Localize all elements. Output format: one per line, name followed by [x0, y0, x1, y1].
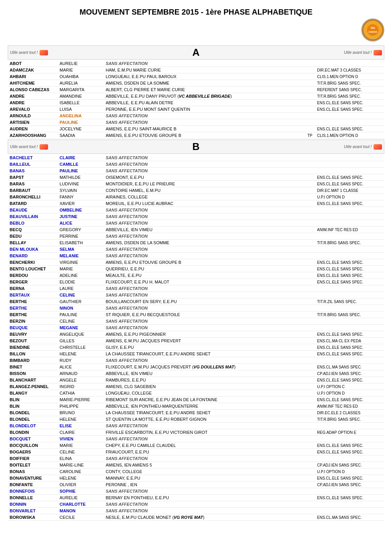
- cell-info: ST QUENTIN LA MOTTE, E.E.PU ROBERT GIGNO…: [104, 416, 306, 423]
- cell-dest: [315, 318, 384, 325]
- utile-icon[interactable]: [40, 50, 48, 55]
- table-row: BAILLEULCAMILLESANS AFFECTATION: [8, 161, 384, 168]
- table-row: BIMBARDRUDYSANS AFFECTATION: [8, 357, 384, 364]
- cell-dest: ENS.CL.MA SANS SPEC.: [315, 364, 384, 370]
- cell-prenom: MELANIE: [58, 253, 104, 259]
- cell-info: ABBEVILLE, E.E.PU ALAIN DETRE: [104, 100, 306, 106]
- cell-tp: TP: [306, 132, 315, 139]
- cell-info: SANS AFFECTATION: [104, 113, 306, 119]
- table-row: BERTHEPAULINEST RIQUIER, E.E.PU BECQUEST…: [8, 312, 384, 318]
- cell-dest: ENS.CL.ELE SANS SPEC.: [315, 200, 384, 207]
- cell-nom: AHITCHEME: [8, 80, 58, 87]
- cell-tp: [306, 468, 315, 475]
- section-header-left: Utile avant tout !: [10, 50, 103, 55]
- cell-dest: [315, 357, 384, 364]
- cell-nom: BAPST: [8, 174, 58, 181]
- cell-dest: ENS.CL.ELE SANS SPEC.: [315, 475, 384, 482]
- cell-prenom: SYLVAIN: [58, 187, 104, 194]
- cell-nom: ANDRE: [8, 93, 58, 100]
- cell-info: FLIXECOURT, E.M.PU JACQUES PREVERT (VG D…: [104, 364, 306, 370]
- cell-tp: [306, 298, 315, 305]
- cell-nom: BARONCHELLI: [8, 194, 58, 200]
- cell-info: LONGUEAU, COLLEGE: [104, 390, 306, 397]
- cell-nom: BLONDELOT: [8, 423, 58, 429]
- table-row: BERDOUADELINEMEAULTE, E.E.PUENS.CL.ELE S…: [8, 272, 384, 279]
- utile-icon-right[interactable]: [374, 50, 382, 55]
- section-header: Utile avant tout ! B Utile avant tout !: [8, 140, 384, 154]
- cell-info: SANS AFFECTATION: [104, 423, 306, 429]
- cell-dest: ENS.CL.ELE SANS SPEC.: [315, 351, 384, 357]
- cell-nom: BARBAUT: [8, 187, 58, 194]
- cell-info: ABBEVILLE, E.E.PU DANY PRUVOT (VC ABBEVI…: [104, 93, 306, 100]
- cell-tp: [306, 73, 315, 80]
- cell-info: SANS AFFECTATION: [104, 233, 306, 240]
- section-letter: A: [103, 47, 289, 58]
- cell-tp: [306, 227, 315, 233]
- cell-prenom: OUAHIBA: [58, 73, 104, 80]
- table-row: AREVALOLUISAPERONNE, E.E.PU MONT SAINT Q…: [8, 106, 384, 113]
- cell-nom: BEN MLOUKA: [8, 246, 58, 253]
- cell-tp: [306, 429, 315, 436]
- cell-dest: TIT.R.BRIG SANS SPEC.: [315, 312, 384, 318]
- cell-prenom: PAULINE: [58, 168, 104, 174]
- cell-dest: ENS.CL.ELE SANS SPEC.: [315, 100, 384, 106]
- cell-prenom: MARIE: [58, 442, 104, 449]
- cell-nom: BLONDIN: [8, 429, 58, 436]
- cell-prenom: SOPHIE: [58, 488, 104, 495]
- cell-tp: [306, 462, 315, 468]
- cell-dest: ENS.CL.ELE SANS SPEC.: [315, 259, 384, 266]
- table-row: BONNINCHARLOTTESANS AFFECTATION: [8, 501, 384, 508]
- cell-tp: [306, 246, 315, 253]
- cell-nom: BERTHE: [8, 312, 58, 318]
- table-row: ARNOULDANGELINASANS AFFECTATION: [8, 113, 384, 119]
- cell-nom: BLIN: [8, 403, 58, 410]
- table-row: BERNALAURESANS AFFECTATION: [8, 285, 384, 292]
- cell-nom: BONAVENTURE: [8, 475, 58, 482]
- cell-nom: BOGAERS: [8, 449, 58, 455]
- table-row: BERTHEGAUTHIERBOUILLANCOURT EN SERY, E.E…: [8, 298, 384, 305]
- table-row: BEUQUEMEGANESANS AFFECTATION: [8, 325, 384, 331]
- cell-tp: [306, 266, 315, 272]
- table-row: BOIFFIERELINASANS AFFECTATION: [8, 455, 384, 462]
- table-row: BENARDMELANIESANS AFFECTATION: [8, 253, 384, 259]
- cell-dest: [315, 161, 384, 168]
- cell-dest: U.P.I OPTION D: [315, 468, 384, 475]
- cell-info: SANS AFFECTATION: [104, 119, 306, 126]
- cell-tp: [306, 292, 315, 298]
- table-row: BARONCHELLIFANNYAIRAINES, COLLEGEU.P.I O…: [8, 194, 384, 200]
- cell-tp: [306, 403, 315, 410]
- cell-dest: ENS.CL.ELE SANS SPEC.: [315, 331, 384, 338]
- cell-tp: [306, 318, 315, 325]
- cell-tp: [306, 397, 315, 403]
- cell-tp: [306, 106, 315, 113]
- cell-dest: TIT.R.BRIG SANS SPEC.: [315, 93, 384, 100]
- cell-dest: TIT.R.BRIG SANS SPEC.: [315, 416, 384, 423]
- utile-icon[interactable]: [40, 144, 48, 150]
- table-row: ANDREISABELLEABBEVILLE, E.E.PU ALAIN DET…: [8, 100, 384, 106]
- table-row: ADAMCZAKMARIEHAM, E.M.PU MARIE CURIEDIR.…: [8, 67, 384, 73]
- section-header-right: Utile avant tout !: [289, 144, 382, 150]
- cell-tp: [306, 488, 315, 495]
- table-row: BEAUVILLAINJUSTINESANS AFFECTATION: [8, 213, 384, 220]
- cell-prenom: HELENE: [58, 475, 104, 482]
- cell-nom: BLANCHART: [8, 377, 58, 383]
- cell-info: SANS AFFECTATION: [104, 325, 306, 331]
- cell-dest: ENS.CL.ELE SANS SPEC.: [315, 344, 384, 351]
- cell-tp: [306, 410, 315, 416]
- cell-nom: BEUVRY: [8, 331, 58, 338]
- cell-prenom: CLAIRE: [58, 429, 104, 436]
- cell-info: LONGUEAU, E.E.PU PAUL BAROUX: [104, 73, 306, 80]
- cell-nom: BERNA: [8, 285, 58, 292]
- cell-prenom: MARIE-LINE: [58, 462, 104, 468]
- cell-nom: ARNOULD: [8, 113, 58, 119]
- cell-prenom: SELMA: [58, 246, 104, 253]
- cell-info: MEAULTE, E.E.PU: [104, 272, 306, 279]
- cell-tp: [306, 338, 315, 344]
- cell-dest: TIT.R.ZIL SANS SPEC.: [315, 298, 384, 305]
- cell-tp: [306, 344, 315, 351]
- cell-tp: [306, 272, 315, 279]
- table-row: BONNEFOISSOPHIESANS AFFECTATION: [8, 488, 384, 495]
- table-row: ARTISIENPAULINESANS AFFECTATION: [8, 119, 384, 126]
- cell-nom: BLONDEL: [8, 416, 58, 423]
- utile-icon-right[interactable]: [374, 144, 382, 150]
